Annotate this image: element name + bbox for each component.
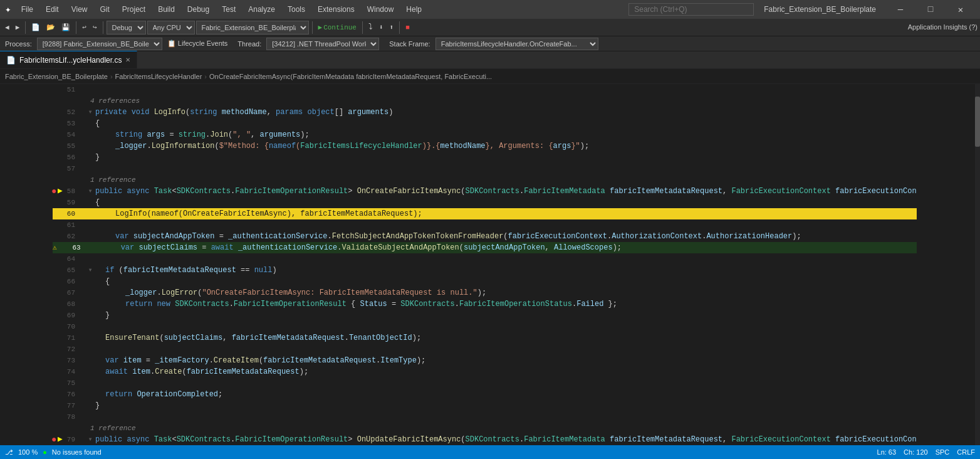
new-file-button[interactable]: 📄 xyxy=(29,22,43,33)
statusbar-right: Ln: 63 Ch: 120 SPC CRLF xyxy=(877,448,975,456)
breakpoint-58[interactable]: ● xyxy=(51,186,56,197)
lifecycle-events-button[interactable]: 📋 Lifecycle Events xyxy=(167,40,228,48)
menu-analyze[interactable]: Analyze xyxy=(243,4,280,15)
redo-button[interactable]: ↪ xyxy=(90,22,100,33)
menu-build[interactable]: Build xyxy=(153,4,180,15)
fold-79[interactable]: ▾ xyxy=(85,434,95,445)
line-57: 57 xyxy=(53,163,917,174)
line-68: 68 return new SDKContracts.FabricItemOpe… xyxy=(53,298,917,310)
menu-extensions[interactable]: Extensions xyxy=(313,4,360,15)
window-controls: — □ ✕ xyxy=(886,0,975,19)
breadcrumb-method[interactable]: OnCreateFabricItemAsync(FabricItemMetada… xyxy=(209,73,492,80)
project-dropdown[interactable]: Fabric_Extension_BE_Boilerplate xyxy=(196,21,309,34)
process-dropdown[interactable]: [9288] Fabric_Extension_BE_Boilerp... xyxy=(37,38,162,50)
nav-back-button[interactable]: ◀ xyxy=(3,22,12,33)
step-out-button[interactable]: ⬆ xyxy=(387,22,397,33)
scrollbar-thumb[interactable] xyxy=(975,97,980,147)
status-indicator[interactable]: ● xyxy=(43,448,47,456)
line-75: 75 xyxy=(53,377,917,389)
debug-mode-dropdown[interactable]: Debug xyxy=(107,21,146,34)
thread-dropdown[interactable]: [34212] .NET ThreadPool Worker xyxy=(266,38,379,50)
zoom-level[interactable]: 100 % xyxy=(18,448,38,456)
ref-hint-1b: 1 reference xyxy=(53,423,917,434)
tab-bar: 📄 FabricItemsLif...ycleHandler.cs ✕ xyxy=(0,51,980,69)
no-issues-label[interactable]: No issues found xyxy=(52,448,102,456)
line-55: 55 _logger.LogInformation($"Method: {nam… xyxy=(53,140,917,152)
menu-git[interactable]: Git xyxy=(95,4,114,15)
line-65: 65 ▾ if (fabricItemMetadataRequest == nu… xyxy=(53,265,917,276)
process-label: Process: xyxy=(5,40,32,48)
tab-icon: 📄 xyxy=(6,56,16,65)
git-branch-button[interactable]: ⎇ xyxy=(5,448,13,456)
breadcrumb-project[interactable]: Fabric_Extension_BE_Boilerplate xyxy=(5,73,108,80)
line-51: 51 xyxy=(53,84,917,95)
stack-label: Stack Frame: xyxy=(389,40,430,48)
step-over-button[interactable]: ⤵ xyxy=(366,21,375,33)
breakpoint-79[interactable]: ● xyxy=(51,434,56,445)
search-input[interactable] xyxy=(628,3,754,16)
vs-logo-icon: ✦ xyxy=(5,3,11,16)
breadcrumb-sep-2: › xyxy=(204,73,207,80)
code-scroll-area[interactable]: 51 4 references 52 ▾ private void LogInf… xyxy=(0,84,917,445)
fold-52[interactable]: ▾ xyxy=(85,107,95,118)
line-59: 59 { xyxy=(53,197,917,208)
menu-tools[interactable]: Tools xyxy=(283,4,310,15)
fold-65[interactable]: ▾ xyxy=(85,265,95,276)
execution-arrow-58: ▶ xyxy=(58,186,63,197)
stack-frame-dropdown[interactable]: FabricItemsLifecycleHandler.OnCreateFab.… xyxy=(435,38,598,50)
line-72: 72 xyxy=(53,344,917,355)
git-icon: ⎇ xyxy=(5,448,13,456)
maximize-button[interactable]: □ xyxy=(916,0,945,19)
continue-button[interactable]: ▶ Continue xyxy=(316,22,359,33)
breadcrumb-sep-1: › xyxy=(110,73,113,80)
minimize-button[interactable]: — xyxy=(886,0,915,19)
menu-window[interactable]: Window xyxy=(362,4,399,15)
line-ending[interactable]: CRLF xyxy=(957,448,975,456)
tab-close-button[interactable]: ✕ xyxy=(125,56,130,63)
menu-test[interactable]: Test xyxy=(217,4,241,15)
step-into-button[interactable]: ⬇ xyxy=(377,22,386,33)
close-button[interactable]: ✕ xyxy=(946,0,975,19)
line-69: 69 } xyxy=(53,310,917,321)
warning-icon-63: ⚠ xyxy=(53,242,57,253)
fold-gutter xyxy=(38,84,48,445)
line-74: 74 await item.Create(fabricItemMetadataR… xyxy=(53,366,917,377)
open-button[interactable]: 📂 xyxy=(44,22,58,33)
cursor-ln[interactable]: Ln: 63 xyxy=(877,448,897,456)
breadcrumb: Fabric_Extension_BE_Boilerplate › Fabric… xyxy=(0,69,980,84)
tab-fabricitemslifecyclehandler[interactable]: 📄 FabricItemsLif...ycleHandler.cs ✕ xyxy=(0,51,137,68)
ref-hint-4: 4 references xyxy=(53,95,917,107)
ref-hint-1a: 1 reference xyxy=(53,174,917,186)
code-editor: 51 4 references 52 ▾ private void LogInf… xyxy=(0,84,980,445)
cursor-ch[interactable]: Ch: 120 xyxy=(904,448,928,456)
stop-button[interactable]: ■ xyxy=(403,23,412,33)
project-title: Fabric_Extension_BE_Boilerplate xyxy=(764,5,876,14)
fold-58[interactable]: ▾ xyxy=(85,186,95,197)
menu-bar: File Edit View Git Project Build Debug T… xyxy=(16,4,427,15)
breadcrumb-class[interactable]: FabricItemsLifecycleHandler xyxy=(115,73,202,80)
vertical-scrollbar[interactable] xyxy=(975,84,980,445)
toolbar: ◀ ▶ 📄 📂 💾 ↩ ↪ Debug Any CPU Fabric_Exten… xyxy=(0,19,980,36)
line-56: 56 } xyxy=(53,152,917,163)
line-79: ● ▶ 79 ▾ public async Task<SDKContracts.… xyxy=(53,434,917,445)
save-button[interactable]: 💾 xyxy=(59,22,73,33)
execution-arrow-79: ▶ xyxy=(58,434,63,445)
menu-project[interactable]: Project xyxy=(117,4,150,15)
line-58: ● ▶ 58 ▾ public async Task<SDKContracts.… xyxy=(53,186,917,197)
line-78: 78 xyxy=(53,411,917,423)
menu-debug[interactable]: Debug xyxy=(182,4,214,15)
menu-edit[interactable]: Edit xyxy=(41,4,64,15)
line-71: 71 EnsureTenant(subjectClaims, fabricIte… xyxy=(53,332,917,344)
menu-view[interactable]: View xyxy=(66,4,93,15)
code-content-area[interactable]: 51 4 references 52 ▾ private void LogInf… xyxy=(48,84,917,445)
cpu-dropdown[interactable]: Any CPU xyxy=(147,21,195,34)
menu-help[interactable]: Help xyxy=(401,4,427,15)
title-bar: ✦ File Edit View Git Project Build Debug… xyxy=(0,0,980,19)
line-64: 64 xyxy=(53,253,917,265)
menu-file[interactable]: File xyxy=(16,4,38,15)
undo-button[interactable]: ↩ xyxy=(80,22,89,33)
indent-mode[interactable]: SPC xyxy=(936,448,950,456)
line-77: 77 } xyxy=(53,400,917,411)
nav-forward-button[interactable]: ▶ xyxy=(13,22,23,33)
line-numbers xyxy=(0,84,38,445)
